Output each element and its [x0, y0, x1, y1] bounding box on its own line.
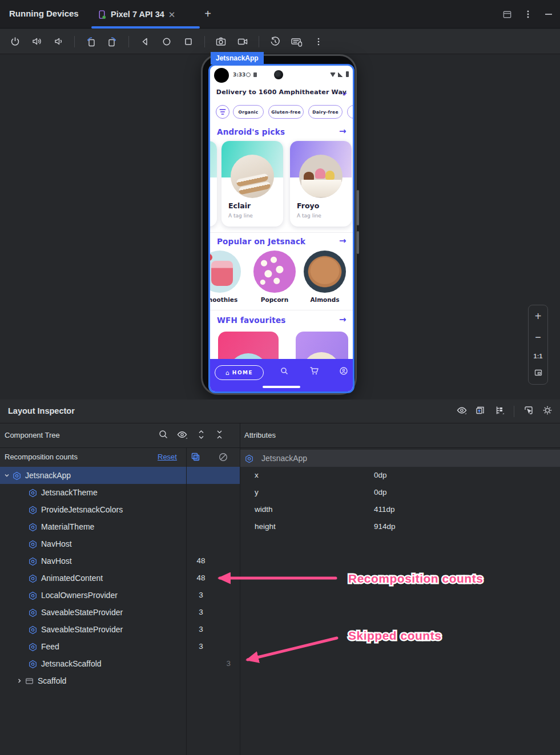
- attribute-row-height: height914dp: [240, 518, 560, 535]
- show-counts-icon[interactable]: [190, 451, 202, 465]
- home-icon[interactable]: [160, 35, 174, 49]
- signal-icon: [338, 72, 343, 77]
- select-component-icon[interactable]: [523, 405, 534, 418]
- tab-label: Pixel 7 API 34: [111, 10, 164, 19]
- tree-row-JetsnackScaffold[interactable]: JetsnackScaffold3: [0, 655, 240, 672]
- tree-row-Scaffold[interactable]: Scaffold: [0, 672, 240, 689]
- snack-photo-popcorn[interactable]: [253, 251, 296, 293]
- arrow-right-icon[interactable]: →: [339, 237, 347, 245]
- tree-row-JetsnackTheme[interactable]: JetsnackTheme: [0, 484, 240, 501]
- snapshot-history-icon[interactable]: [268, 35, 282, 49]
- device-toolbar: [0, 29, 560, 54]
- toolbar-separator: [514, 406, 514, 417]
- highlight-eye-icon[interactable]: [176, 429, 188, 442]
- snack-photo-smoothies[interactable]: [208, 251, 241, 293]
- more-options-icon[interactable]: [312, 35, 325, 49]
- device-screen[interactable]: 3:33 Delivery to 1600 Amphitheater Way O…: [208, 64, 354, 393]
- snack-label-almonds: Almonds: [302, 296, 348, 303]
- rotate-left-icon[interactable]: [84, 35, 98, 49]
- zoom-fit-icon[interactable]: [534, 368, 543, 379]
- expand-all-icon[interactable]: [196, 429, 207, 442]
- nav-home-button[interactable]: ⌂ HOME: [215, 365, 264, 380]
- filter-chip-Gluten-free[interactable]: Gluten-free: [268, 105, 304, 119]
- section-title-popular: Popular on Jetsnack: [217, 237, 305, 246]
- component-tree-rows: JetsnackAppJetsnackThemeProvideJetsnackC…: [0, 467, 240, 689]
- tree-row-NavHost[interactable]: NavHost: [0, 535, 240, 552]
- window-title: Running Devices: [9, 9, 79, 18]
- device-display-area: JetsnackApp 3:33 Delivery to 1600 Amphit…: [0, 54, 560, 399]
- snack-tagline: A tag line: [297, 213, 321, 219]
- snack-card-partial[interactable]: [208, 141, 217, 227]
- tree-row-JetsnackApp[interactable]: JetsnackApp: [0, 467, 240, 484]
- hardware-input-icon[interactable]: [290, 35, 304, 49]
- tree-row-Feed[interactable]: Feed3: [0, 638, 240, 655]
- power-icon[interactable]: [8, 35, 22, 49]
- panel-splitter[interactable]: [240, 423, 240, 755]
- snack-card-eclair[interactable]: Eclair A tag line: [221, 141, 283, 227]
- toolbar-separator: [128, 36, 129, 47]
- filter-chip-partial[interactable]: [347, 105, 354, 119]
- delivery-address[interactable]: Delivery to 1600 Amphitheater Way: [210, 88, 353, 96]
- volume-rocker: [357, 190, 359, 225]
- snack-photo-almonds[interactable]: [304, 251, 346, 293]
- gear-icon[interactable]: [542, 405, 553, 418]
- zoom-out-icon[interactable]: −: [535, 332, 541, 344]
- reset-counts-link[interactable]: Reset: [158, 453, 177, 461]
- nav-cart-icon[interactable]: [309, 366, 319, 378]
- attribute-row-x: x0dp: [240, 467, 560, 484]
- export-snapshot-icon[interactable]: [475, 405, 486, 418]
- component-tree-header: Component Tree: [5, 431, 60, 439]
- nav-profile-icon[interactable]: [339, 366, 348, 378]
- divider: [210, 310, 353, 310]
- kebab-menu-icon[interactable]: [523, 10, 533, 19]
- screen-record-icon[interactable]: [236, 35, 249, 49]
- minimize-icon[interactable]: [544, 10, 553, 19]
- tree-row-SaveableStateProvider[interactable]: SaveableStateProvider3: [0, 621, 240, 638]
- clear-counts-icon[interactable]: [218, 452, 228, 465]
- tab-close-icon[interactable]: ✕: [168, 10, 176, 19]
- tree-row-NavHost[interactable]: NavHost48: [0, 552, 240, 570]
- zoom-1-to-1-button[interactable]: 1:1: [534, 353, 543, 360]
- snack-name: Froyo: [297, 201, 319, 210]
- counts-column-divider[interactable]: [186, 448, 187, 755]
- filter-icon[interactable]: [216, 105, 229, 119]
- eclair-photo: [231, 155, 274, 198]
- snack-tagline: A tag line: [228, 213, 253, 219]
- view-options-eye-icon[interactable]: [456, 405, 468, 418]
- rotate-right-icon[interactable]: [106, 35, 119, 49]
- wfh-card[interactable]: [218, 332, 279, 359]
- chevron-down-icon[interactable]: [341, 88, 348, 99]
- home-indicator[interactable]: [263, 386, 300, 388]
- attributes-node-header[interactable]: JetsnackApp: [240, 450, 560, 467]
- active-tab-underline: [91, 26, 200, 29]
- tree-row-ProvideJetsnackColors[interactable]: ProvideJetsnackColors: [0, 501, 240, 518]
- tree-row-SaveableStateProvider[interactable]: SaveableStateProvider3: [0, 604, 240, 621]
- power-button: [357, 231, 359, 254]
- zoom-in-icon[interactable]: +: [535, 310, 542, 323]
- add-tab-button[interactable]: +: [201, 7, 215, 21]
- filter-chip-Dairy-free[interactable]: Dairy-free: [308, 105, 343, 119]
- tree-row-LocalOwnersProvider[interactable]: LocalOwnersProvider3: [0, 587, 240, 604]
- tree-row-AnimatedContent[interactable]: AnimatedContent48: [0, 570, 240, 587]
- back-icon[interactable]: [138, 35, 152, 49]
- volume-up-icon[interactable]: [30, 35, 43, 49]
- nav-search-icon[interactable]: [280, 366, 289, 378]
- attributes-node-name: JetsnackApp: [261, 454, 307, 463]
- wfh-card[interactable]: [296, 332, 348, 359]
- window-layout-icon[interactable]: [502, 10, 512, 19]
- snack-card-froyo[interactable]: Froyo A tag line: [290, 141, 352, 227]
- overview-icon[interactable]: [182, 35, 195, 49]
- screenshot-icon[interactable]: [214, 35, 228, 49]
- tab-pixel-7-api-34[interactable]: Pixel 7 API 34 ✕: [91, 0, 200, 29]
- search-icon[interactable]: [158, 429, 169, 442]
- arrow-right-icon[interactable]: →: [339, 127, 347, 136]
- tree-row-MaterialTheme[interactable]: MaterialTheme: [0, 518, 240, 535]
- filter-chip-Organic[interactable]: Organic: [233, 105, 264, 119]
- tree-settings-icon[interactable]: [494, 405, 505, 418]
- annotation-skipped-counts: Skipped counts: [348, 629, 441, 642]
- collapse-all-icon[interactable]: [214, 429, 225, 442]
- camera-punch-hole: [274, 70, 283, 79]
- volume-down-icon[interactable]: [51, 35, 65, 49]
- toolbar-separator: [259, 36, 259, 47]
- arrow-right-icon[interactable]: →: [339, 316, 347, 324]
